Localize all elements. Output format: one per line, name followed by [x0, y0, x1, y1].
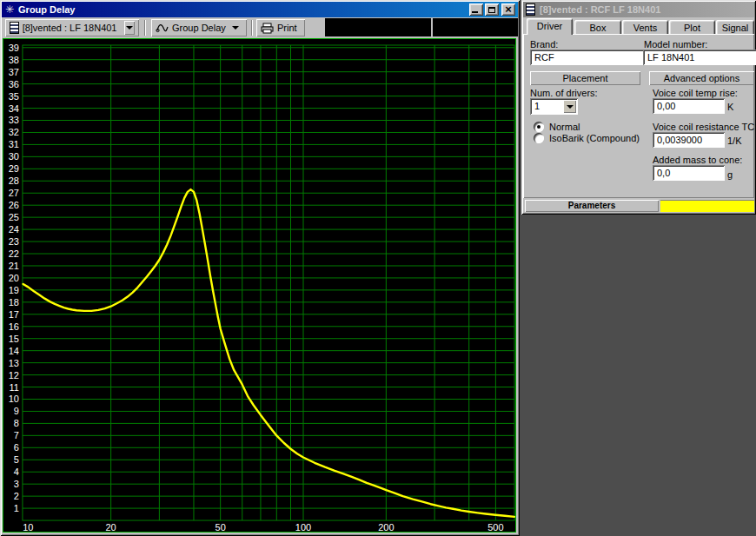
y-tick-label: 5	[14, 454, 19, 465]
y-tick-label: 33	[9, 115, 19, 125]
y-tick-label: 8	[14, 418, 19, 428]
y-tick-label: 6	[14, 442, 19, 453]
printer-icon	[261, 23, 274, 34]
dropdown-arrow-icon	[232, 26, 239, 30]
radio-normal-icon	[534, 122, 544, 132]
y-tick-label: 16	[9, 321, 19, 332]
y-tick-label: 7	[14, 430, 19, 440]
maximize-icon	[488, 7, 495, 13]
chart-panel[interactable]: 1234567891011121314151617181920212223242…	[3, 38, 516, 533]
added-mass-input[interactable]	[653, 165, 725, 181]
y-tick-label: 25	[9, 212, 19, 222]
y-tick-label: 32	[9, 127, 19, 137]
y-tick-label: 30	[9, 151, 19, 162]
print-button[interactable]: Print	[256, 19, 305, 36]
tab-box[interactable]: Box	[574, 20, 621, 34]
minimize-button[interactable]	[469, 3, 483, 16]
model-input[interactable]	[643, 50, 756, 65]
y-tick-label: 29	[9, 163, 19, 174]
vc-temp-input[interactable]	[653, 98, 725, 114]
plot-type-label: Group Delay	[172, 23, 226, 33]
close-icon: ×	[505, 5, 512, 14]
num-drivers-select[interactable]: 1	[530, 98, 578, 115]
radio-isobarik[interactable]: IsoBarik (Compound)	[534, 133, 640, 143]
tab-signal[interactable]: Signal	[716, 20, 754, 34]
project-dropdown-button[interactable]	[124, 21, 135, 35]
y-tick-label: 22	[9, 248, 19, 259]
project-selector[interactable]: [8]vented : LF 18N401	[5, 19, 139, 36]
close-button[interactable]: ×	[501, 3, 515, 16]
vc-tc-label: Voice coil resistance TC:	[653, 122, 756, 132]
y-tick-label: 2	[14, 491, 19, 501]
vc-tc-unit: 1/K	[727, 136, 742, 146]
y-tick-label: 23	[9, 236, 19, 247]
y-tick-label: 10	[9, 394, 19, 404]
project-selector-label: [8]vented : LF 18N401	[23, 23, 117, 33]
radio-normal-label: Normal	[549, 122, 580, 132]
brand-label: Brand:	[530, 39, 558, 50]
plot-type-selector[interactable]: Group Delay	[151, 19, 247, 36]
vc-tc-input[interactable]	[653, 132, 725, 148]
driver-project-icon	[526, 3, 535, 16]
y-tick-label: 12	[9, 370, 19, 380]
plot-window-icon: ✳	[5, 3, 14, 16]
y-tick-label: 18	[9, 297, 19, 308]
tab-vents[interactable]: Vents	[622, 20, 668, 34]
added-mass-unit: g	[727, 169, 733, 180]
y-tick-label: 4	[14, 467, 19, 477]
parameters-progress-bar	[660, 200, 754, 212]
x-tick-label: 200	[378, 522, 394, 532]
y-tick-label: 15	[9, 334, 19, 344]
x-tick-label: 500	[487, 522, 503, 532]
y-tick-label: 37	[9, 67, 19, 77]
maximize-button[interactable]	[485, 3, 499, 16]
vc-temp-label: Voice coil temp rise:	[653, 88, 738, 98]
radio-isobarik-label: IsoBarik (Compound)	[549, 133, 640, 143]
y-tick-label: 21	[9, 261, 19, 271]
combo-arrow-button[interactable]	[563, 100, 576, 113]
y-tick-label: 19	[9, 285, 19, 295]
y-tick-label: 27	[9, 188, 19, 198]
radio-isobarik-icon	[534, 133, 544, 143]
x-tick-label: 10	[23, 522, 33, 532]
toolbar-separator	[251, 20, 253, 36]
y-tick-label: 3	[14, 479, 19, 489]
x-tick-label: 50	[216, 522, 226, 532]
parameters-bar[interactable]: Parameters	[525, 200, 659, 212]
plot-frame	[23, 45, 514, 520]
y-tick-label: 24	[9, 224, 19, 235]
model-label: Model number:	[644, 39, 707, 50]
tab-plot[interactable]: Plot	[669, 20, 715, 34]
y-tick-label: 34	[9, 103, 19, 114]
y-tick-label: 35	[9, 91, 19, 102]
y-tick-label: 9	[14, 406, 19, 416]
project-icon	[10, 22, 19, 34]
dropdown-arrow-icon	[126, 26, 133, 30]
placement-button[interactable]: Placement	[530, 71, 640, 85]
toolbar-separator	[144, 20, 146, 36]
y-tick-label: 36	[9, 79, 19, 89]
parameters-label: Parameters	[568, 201, 615, 210]
advanced-options-button[interactable]: Advanced options	[649, 71, 754, 85]
driver-panel: [8]vented : RCF LF 18N401 Driver Box Ven…	[521, 0, 756, 215]
radio-normal[interactable]: Normal	[534, 122, 580, 132]
group-delay-chart[interactable]: 1234567891011121314151617181920212223242…	[3, 39, 515, 532]
y-tick-label: 39	[9, 43, 19, 53]
tab-driver[interactable]: Driver	[527, 18, 573, 35]
y-tick-label: 11	[10, 382, 19, 393]
y-tick-label: 20	[9, 273, 19, 283]
y-tick-label: 38	[9, 55, 19, 65]
y-tick-label: 17	[9, 309, 19, 320]
y-tick-label: 1	[14, 503, 19, 513]
waveform-icon	[156, 23, 169, 33]
panel-title-bar[interactable]: [8]vented : RCF LF 18N401	[523, 2, 754, 17]
added-mass-label: Added mass to cone:	[653, 155, 742, 165]
desktop-background	[520, 215, 756, 536]
group-delay-window: ✳ Group Delay × [8]vented : LF 18N401	[0, 0, 520, 536]
y-tick-label: 13	[9, 358, 19, 368]
title-bar[interactable]: ✳ Group Delay ×	[2, 2, 518, 17]
brand-input[interactable]	[530, 50, 645, 65]
cursor-readout-box	[433, 18, 518, 36]
x-tick-label: 100	[295, 522, 311, 532]
minimize-icon	[472, 11, 478, 13]
